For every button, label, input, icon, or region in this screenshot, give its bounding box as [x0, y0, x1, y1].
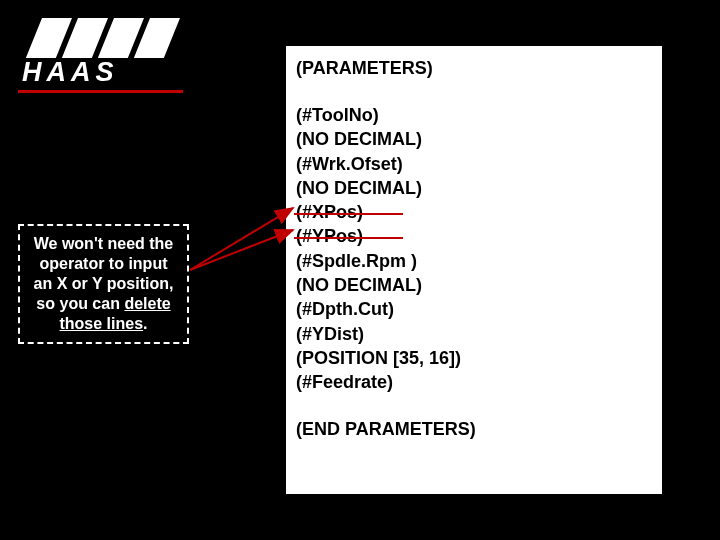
- code-line-11: (#Feedrate): [296, 370, 652, 394]
- code-line-9: (#YDist): [296, 322, 652, 346]
- struck-text: (#XPos): [296, 200, 363, 224]
- callout-line-4a: so you can: [36, 295, 124, 312]
- logo-underline: [18, 90, 183, 93]
- code-body: (#ToolNo)(NO DECIMAL)(#Wrk.Ofset)(NO DEC…: [296, 103, 652, 395]
- sidebar: HAAS We won't need the operator to input…: [0, 0, 200, 540]
- callout-line-3: an X or Y position,: [34, 275, 174, 292]
- svg-line-6: [190, 208, 293, 270]
- code-line-7: (NO DECIMAL): [296, 273, 652, 297]
- code-line-0: (#ToolNo): [296, 103, 652, 127]
- callout-line-5u: those lines: [59, 315, 143, 332]
- callout-box: We won't need the operator to input an X…: [18, 224, 189, 344]
- code-line-4: (#XPos): [296, 200, 652, 224]
- callout-line-5b: .: [143, 315, 147, 332]
- code-box: (PARAMETERS) (#ToolNo)(NO DECIMAL)(#Wrk.…: [285, 45, 663, 495]
- code-line-3: (NO DECIMAL): [296, 176, 652, 200]
- code-line-8: (#Dpth.Cut): [296, 297, 652, 321]
- haas-logo-icon: HAAS: [18, 18, 183, 86]
- code-line-2: (#Wrk.Ofset): [296, 152, 652, 176]
- callout-line-1: We won't need the: [34, 235, 174, 252]
- svg-line-7: [190, 230, 293, 270]
- code-line-10: (POSITION [35, 16]): [296, 346, 652, 370]
- struck-text: (#YPos): [296, 224, 363, 248]
- callout-text: We won't need the operator to input an X…: [26, 234, 181, 334]
- callout-line-2: operator to input: [40, 255, 168, 272]
- callout-line-4u: delete: [124, 295, 170, 312]
- code-line-6: (#Spdle.Rpm ): [296, 249, 652, 273]
- code-line-1: (NO DECIMAL): [296, 127, 652, 151]
- code-header: (PARAMETERS): [296, 58, 652, 79]
- svg-text:HAAS: HAAS: [22, 57, 119, 86]
- code-line-5: (#YPos): [296, 224, 652, 248]
- code-footer: (END PARAMETERS): [296, 419, 652, 440]
